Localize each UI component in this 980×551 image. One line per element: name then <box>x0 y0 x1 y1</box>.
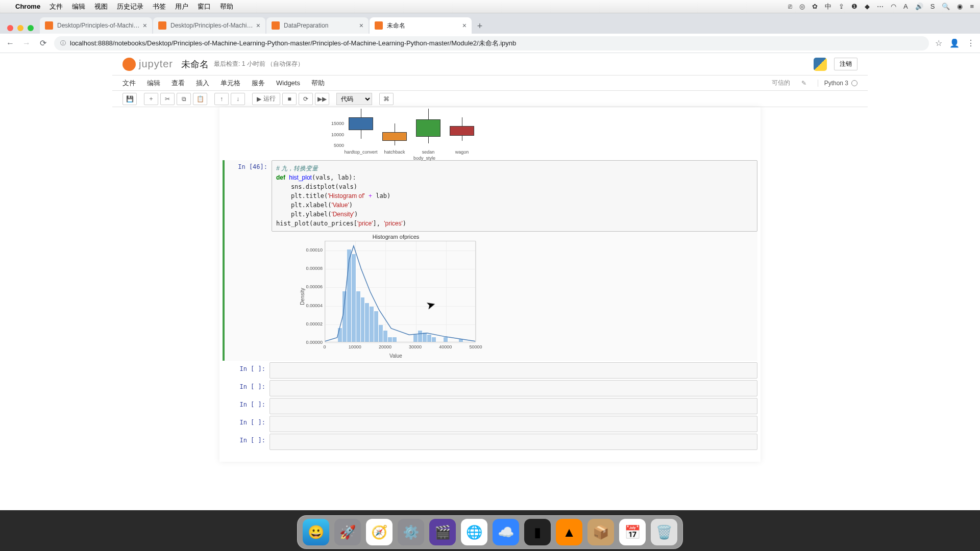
code-output: Histogram ofpricesDensityValue0100002000… <box>272 232 757 361</box>
kernel-indicator[interactable]: Python 3 <box>818 80 857 87</box>
empty-cell[interactable]: In [ ]: <box>223 398 757 414</box>
close-icon[interactable]: × <box>359 21 363 30</box>
url-text: localhost:8888/notebooks/Desktop/Princip… <box>70 39 516 48</box>
trusted-label[interactable]: 可信的 <box>772 79 790 87</box>
code-input[interactable] <box>270 434 757 450</box>
run-button[interactable]: ▶ 运行 <box>252 93 280 105</box>
copy-button[interactable]: ⧉ <box>177 93 191 105</box>
tray-icon[interactable]: A <box>903 3 908 10</box>
mac-menubar: Chrome 文件 编辑 视图 历史记录 书签 用户 窗口 帮助 ⎚ ◎ ✿ 中… <box>0 0 980 13</box>
app-name[interactable]: Chrome <box>15 3 40 10</box>
close-icon[interactable]: × <box>462 21 467 30</box>
logout-button[interactable]: 注销 <box>834 58 857 70</box>
move-up-button[interactable]: ↑ <box>214 93 229 105</box>
empty-cell[interactable]: In [ ]: <box>223 362 757 379</box>
vlc-app[interactable]: ▲ <box>556 519 582 545</box>
histogram-chart: Histogram ofpricesDensityValue0100002000… <box>292 234 481 359</box>
paste-button[interactable]: 📋 <box>193 93 207 105</box>
add-cell-button[interactable]: ＋ <box>144 93 158 105</box>
forward-button[interactable]: → <box>21 39 32 48</box>
tray-icon[interactable]: ◎ <box>799 3 805 10</box>
menu-help[interactable]: 帮助 <box>220 2 233 11</box>
site-info-icon[interactable]: ⓘ <box>60 39 66 47</box>
close-icon[interactable]: × <box>143 21 147 30</box>
profile-icon[interactable]: 👤 <box>949 38 960 48</box>
launchpad-app[interactable]: 🚀 <box>334 519 361 545</box>
jp-menu-kernel[interactable]: 服务 <box>252 79 265 88</box>
tray-icon[interactable]: ⋯ <box>877 3 884 10</box>
tray-icon[interactable]: ◆ <box>865 3 870 10</box>
run-all-button[interactable]: ▶▶ <box>315 93 329 105</box>
search-icon[interactable]: 🔍 <box>942 3 950 10</box>
empty-cell[interactable]: In [ ]: <box>223 434 757 450</box>
jp-menu-insert[interactable]: 插入 <box>196 79 209 88</box>
code-input[interactable]: # 九，转换变量 def hist_plot(vals, lab): sns.d… <box>272 160 757 232</box>
finder-app[interactable]: 😀 <box>303 519 329 545</box>
chrome-app[interactable]: 🌐 <box>461 519 487 545</box>
tray-icon[interactable]: ⎚ <box>788 3 792 10</box>
tray-icon[interactable]: ❶ <box>851 3 857 10</box>
maximize-window[interactable] <box>28 25 34 31</box>
restart-button[interactable]: ⟳ <box>299 93 313 105</box>
menu-view[interactable]: 视图 <box>94 2 108 11</box>
menu-icon[interactable]: ≡ <box>970 3 974 10</box>
menu-history[interactable]: 历史记录 <box>117 2 143 11</box>
jp-menu-help[interactable]: 帮助 <box>311 79 325 88</box>
code-input[interactable] <box>270 362 757 379</box>
minimize-window[interactable] <box>17 25 23 31</box>
calendar-app[interactable]: 📅 <box>619 519 646 545</box>
safari-app[interactable]: 🧭 <box>366 519 393 545</box>
menu-edit[interactable]: 编辑 <box>72 2 85 11</box>
menu-bookmarks[interactable]: 书签 <box>153 2 166 11</box>
notebook-title[interactable]: 未命名 <box>181 58 209 70</box>
tray-icon[interactable]: ⇪ <box>839 3 844 10</box>
menu-window[interactable]: 窗口 <box>198 2 211 11</box>
imovie-app[interactable]: 🎬 <box>429 519 456 545</box>
jp-menu-view[interactable]: 查看 <box>172 79 185 88</box>
code-input[interactable] <box>270 380 757 396</box>
jp-menu-edit[interactable]: 编辑 <box>147 79 160 88</box>
tray-icon[interactable]: S <box>930 3 935 10</box>
settings-app[interactable]: ⚙️ <box>398 519 424 545</box>
tab-1[interactable]: Desktop/Principles-of-Machine× <box>153 17 265 34</box>
reload-button[interactable]: ⟳ <box>38 38 48 48</box>
tray-icon[interactable]: 中 <box>825 2 831 11</box>
empty-cell[interactable]: In [ ]: <box>223 416 757 432</box>
siri-icon[interactable]: ◉ <box>957 3 963 10</box>
back-button[interactable]: ← <box>5 39 15 48</box>
code-input[interactable] <box>270 416 757 432</box>
cell-type-select[interactable]: 代码 <box>336 93 372 105</box>
close-window[interactable] <box>7 25 13 31</box>
close-icon[interactable]: × <box>256 21 260 30</box>
tab-2[interactable]: DataPreparation× <box>266 17 369 34</box>
tab-3[interactable]: 未命名× <box>370 17 472 34</box>
tab-0[interactable]: Desktop/Principles-of-Machine× <box>40 17 152 34</box>
cut-button[interactable]: ✂ <box>160 93 175 105</box>
stop-button[interactable]: ■ <box>282 93 297 105</box>
jp-menu-cell[interactable]: 单元格 <box>220 79 240 88</box>
volume-icon[interactable]: 🔊 <box>915 3 923 10</box>
terminal-app[interactable]: ▮ <box>524 519 551 545</box>
new-tab-button[interactable]: + <box>473 21 487 34</box>
code-cell-46[interactable]: In [46]: # 九，转换变量 def hist_plot(vals, la… <box>223 160 757 361</box>
move-down-button[interactable]: ↓ <box>231 93 245 105</box>
menu-user[interactable]: 用户 <box>175 2 188 11</box>
pencil-icon[interactable]: ✎ <box>801 80 806 87</box>
save-button[interactable]: 💾 <box>122 93 137 105</box>
empty-cell[interactable]: In [ ]: <box>223 380 757 396</box>
omnibox[interactable]: ⓘ localhost:8888/notebooks/Desktop/Princ… <box>54 36 929 51</box>
jp-menu-widgets[interactable]: Widgets <box>276 79 300 87</box>
menu-icon[interactable]: ⋮ <box>967 38 975 48</box>
jupyter-logo[interactable]: jupyter <box>122 58 173 71</box>
code-input[interactable] <box>270 398 757 414</box>
tray-icon[interactable]: ✿ <box>812 3 818 10</box>
wifi-icon[interactable]: ◠ <box>891 3 896 10</box>
command-palette-button[interactable]: ⌘ <box>379 93 394 105</box>
menu-file[interactable]: 文件 <box>50 2 63 11</box>
jp-menu-file[interactable]: 文件 <box>122 79 136 88</box>
boxplot-chart: 50001000015000hardtop_converthatchbackse… <box>321 113 509 159</box>
baidu-app[interactable]: ☁️ <box>493 519 519 545</box>
star-icon[interactable]: ☆ <box>935 38 942 48</box>
trash-app[interactable]: 🗑️ <box>651 519 677 545</box>
package-app[interactable]: 📦 <box>587 519 614 545</box>
